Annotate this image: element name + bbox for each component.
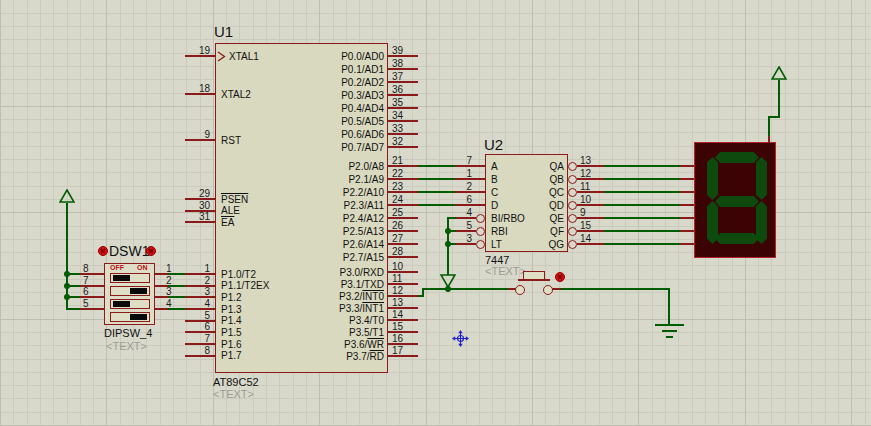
wire[interactable] bbox=[604, 217, 680, 219]
wire[interactable] bbox=[418, 191, 455, 193]
power-arrow-icon[interactable] bbox=[59, 189, 75, 204]
ground-symbol bbox=[666, 336, 673, 338]
segment-b bbox=[756, 157, 767, 200]
wire[interactable] bbox=[604, 178, 680, 180]
wire[interactable] bbox=[778, 80, 780, 117]
dip-switch-handle[interactable] bbox=[113, 275, 130, 281]
u2-ref-label: U2 bbox=[484, 136, 503, 153]
push-button-cap[interactable] bbox=[523, 271, 545, 280]
segment-a bbox=[715, 152, 759, 163]
wire[interactable] bbox=[418, 178, 455, 180]
wire[interactable] bbox=[604, 165, 680, 167]
inversion-bubble bbox=[476, 227, 485, 236]
dip-switch[interactable] bbox=[110, 286, 150, 296]
ground-symbol[interactable] bbox=[655, 324, 684, 326]
wire[interactable] bbox=[418, 165, 455, 167]
inversion-bubble bbox=[568, 175, 577, 184]
inversion-bubble bbox=[568, 214, 577, 223]
wire[interactable] bbox=[768, 117, 770, 136]
button-terminal[interactable] bbox=[543, 285, 553, 295]
u1-ref-label: U1 bbox=[214, 23, 233, 40]
display-pin[interactable] bbox=[680, 230, 694, 232]
button-terminal[interactable] bbox=[515, 285, 525, 295]
seven-segment-display[interactable] bbox=[694, 142, 776, 258]
display-pin[interactable] bbox=[680, 178, 694, 180]
wire[interactable] bbox=[604, 191, 680, 193]
wire[interactable] bbox=[604, 204, 680, 206]
dsw1-ref-label: DSW1 bbox=[109, 243, 149, 259]
dsw1-text-placeholder: <TEXT> bbox=[106, 340, 147, 352]
dip-switch-handle[interactable] bbox=[113, 301, 130, 307]
junction-dot bbox=[64, 294, 70, 300]
inversion-bubble bbox=[568, 227, 577, 236]
segment-e bbox=[707, 201, 718, 244]
wire[interactable] bbox=[604, 243, 680, 245]
display-pin[interactable] bbox=[680, 191, 694, 193]
junction-dot bbox=[64, 271, 70, 277]
schematic-canvas[interactable]: U1 AT89C52 <TEXT> 19 XTAL1 18 XTAL2 9 RS… bbox=[0, 0, 871, 426]
segment-g bbox=[715, 196, 759, 207]
dsw1-off-label: OFF bbox=[110, 264, 124, 271]
display-common-pin[interactable] bbox=[768, 135, 770, 143]
display-pin[interactable] bbox=[680, 243, 694, 245]
inversion-bubble bbox=[568, 240, 577, 249]
dsw1-on-label: ON bbox=[137, 264, 148, 271]
dip-switch-handle[interactable] bbox=[130, 288, 147, 294]
junction-dot bbox=[64, 283, 70, 289]
display-pin[interactable] bbox=[680, 217, 694, 219]
dip-switch-handle[interactable] bbox=[130, 314, 147, 320]
segment-f bbox=[707, 157, 718, 200]
dip-switch[interactable] bbox=[110, 312, 150, 322]
u1-part-label: AT89C52 bbox=[213, 376, 259, 388]
segment-d bbox=[715, 233, 759, 244]
inversion-bubble bbox=[568, 201, 577, 210]
button-actuator[interactable] bbox=[555, 272, 565, 282]
inversion-bubble bbox=[476, 240, 485, 249]
dip-switch[interactable] bbox=[110, 299, 150, 309]
dsw1-actuator-left[interactable] bbox=[98, 246, 108, 256]
inversion-bubble bbox=[568, 162, 577, 171]
power-arrow-icon[interactable] bbox=[771, 66, 787, 81]
dsw1-part-label: DIPSW_4 bbox=[104, 327, 152, 339]
wire[interactable] bbox=[424, 288, 508, 290]
wire[interactable] bbox=[561, 288, 670, 290]
wire[interactable] bbox=[668, 288, 670, 326]
dsw1-actuator-right[interactable] bbox=[146, 246, 156, 256]
origin-marker-icon bbox=[452, 330, 469, 347]
display-pin[interactable] bbox=[680, 204, 694, 206]
inversion-bubble bbox=[476, 214, 485, 223]
ground-symbol bbox=[662, 330, 677, 332]
junction-dot bbox=[445, 241, 451, 247]
dip-switch[interactable] bbox=[110, 273, 150, 283]
u2-text-placeholder: <TEXT> bbox=[485, 265, 526, 277]
inversion-bubble bbox=[568, 188, 577, 197]
display-pin[interactable] bbox=[680, 165, 694, 167]
wire[interactable] bbox=[418, 204, 455, 206]
wire[interactable] bbox=[604, 230, 680, 232]
u1-text-placeholder: <TEXT> bbox=[213, 388, 254, 400]
junction-dot bbox=[445, 228, 451, 234]
button-pin[interactable] bbox=[552, 288, 561, 290]
clock-input-icon bbox=[217, 51, 226, 62]
